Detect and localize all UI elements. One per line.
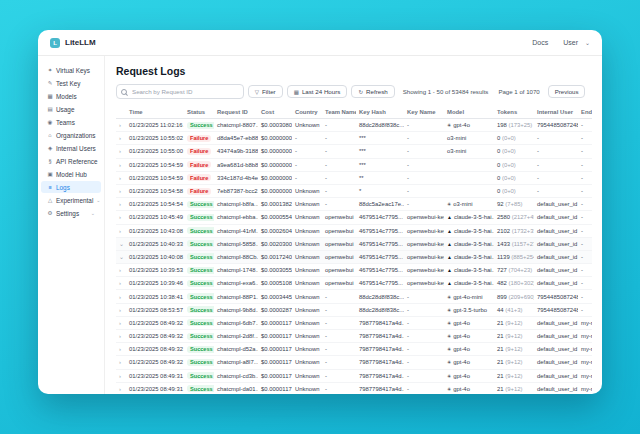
table-row[interactable]: ›01/23/2025 10:54:59 AMFailurea9ea681d-b… [116,158,592,171]
sidebar-item-logs[interactable]: ≡Logs [41,181,101,193]
cell-end-user: - [578,132,592,145]
tokens-detail: (180+302) [507,280,534,286]
cell-end-user: - [578,264,592,277]
openai-icon: ✳ [447,320,451,326]
sidebar-item-internal-users[interactable]: ◈Internal Users [41,142,101,154]
chevron-right-icon[interactable]: › [116,171,126,184]
model-name: gpt-4o [453,346,470,352]
chevron-right-icon[interactable]: › [116,211,126,224]
openai-icon: ✳ [447,386,451,392]
log-table-container: TimeStatusRequest IDCostCountryTeam Name… [116,106,592,394]
table-row[interactable]: ›01/23/2025 10:54:54 AMSuccesschatcmpl-b… [116,198,592,211]
table-row[interactable]: ›01/23/2025 10:55:00 AMFailure43474a9b-3… [116,145,592,158]
sidebar-item-models[interactable]: ▦Models [41,90,101,102]
chevron-right-icon[interactable]: › [116,290,126,303]
user-menu[interactable]: User [563,39,578,46]
cell-key-name: - [404,356,444,369]
cell-tokens: 198 (173+25) [494,119,534,132]
cell-end-user: - [578,250,592,263]
chevron-right-icon[interactable]: › [116,316,126,329]
cell-model: ✳gpt-4o [444,330,494,343]
cell-internal-user: default_user_id [534,237,578,250]
table-row[interactable]: ›01/23/2025 10:43:08 AMSuccesschatcmpl-4… [116,224,592,237]
cell-status: Success [184,211,214,224]
sidebar-item-settings[interactable]: ⚙Settings⌄ [41,207,101,219]
table-row[interactable]: ›01/23/2025 10:39:46 AMSuccesschatcmpl-e… [116,277,592,290]
search-box[interactable] [116,84,244,99]
chevron-right-icon[interactable]: › [116,158,126,171]
sidebar-item-label: Internal Users [56,145,96,152]
chevron-right-icon[interactable]: › [116,277,126,290]
time-range-button[interactable]: ▦ Last 24 Hours [287,85,348,98]
sidebar-item-api-reference[interactable]: §API Reference [41,155,101,167]
status-badge: Failure [187,161,211,168]
chevron-right-icon[interactable]: › [116,369,126,382]
previous-page-button[interactable]: Previous [548,85,586,98]
cell-key-hash: 4679514c7795... [356,211,404,224]
table-row[interactable]: ⌄01/23/2025 10:40:08 AMSuccesschatcmpl-8… [116,250,592,263]
cell-status: Success [184,316,214,329]
sidebar-item-organizations[interactable]: ⌂Organizations [41,129,101,141]
chevron-right-icon[interactable]: › [116,224,126,237]
chevron-right-icon[interactable]: › [116,198,126,211]
sidebar-item-experimental[interactable]: △Experimental⌄ [41,194,101,206]
cell-team-name: - [322,343,356,356]
cell-status: Success [184,237,214,250]
chevron-right-icon[interactable]: › [116,145,126,158]
table-row[interactable]: ›01/23/2025 08:49:32 AMSuccesschatcmpl-d… [116,343,592,356]
filter-button[interactable]: ▽ Filter [248,85,283,98]
openai-icon: ✳ [447,346,451,352]
cell-request-id: chatcmpl-88Cb... [214,250,258,263]
table-row[interactable]: ›01/23/2025 08:49:32 AMSuccesschatcmpl-6… [116,316,592,329]
table-row[interactable]: ›01/23/2025 08:49:32 AMSuccesschatcmpl-2… [116,330,592,343]
status-badge: Success [187,333,214,340]
chevron-right-icon[interactable]: › [116,382,126,394]
sidebar-item-teams[interactable]: ◉Teams [41,116,101,128]
cell-end-user: - [578,198,592,211]
chevron-right-icon[interactable]: › [116,264,126,277]
table-row[interactable]: ›01/23/2025 10:39:53 AMSuccesschatcmpl-1… [116,264,592,277]
table-row[interactable]: ›01/23/2025 10:38:41 AMSuccesschatcmpl-8… [116,290,592,303]
chevron-right-icon[interactable]: › [116,303,126,316]
table-row[interactable]: ⌄01/23/2025 10:40:33 AMSuccesschatcmpl-5… [116,237,592,250]
sidebar-item-test-key[interactable]: ✎Test Key [41,77,101,89]
cell-request-id: d8da45e7-eb88... [214,132,258,145]
cell-model [444,158,494,171]
cell-key-name: openwebui-key-2 [404,264,444,277]
sidebar-item-virtual-keys[interactable]: ✦Virtual Keys [41,64,101,76]
docs-link[interactable]: Docs [532,39,548,46]
table-row[interactable]: ›01/23/2025 08:49:31 AMSuccesschatcmpl-c… [116,369,592,382]
cell-internal-user: 7954485087248... [534,303,578,316]
cell-end-user: - [578,145,592,158]
chevron-right-icon[interactable]: › [116,356,126,369]
cell-request-id: 43474a9b-3188... [214,145,258,158]
search-input[interactable] [130,87,239,96]
chevron-down-icon[interactable]: ⌄ [116,237,126,250]
chevron-right-icon[interactable]: › [116,132,126,145]
table-row[interactable]: ›01/23/2025 10:55:02 AMFailured8da45e7-e… [116,132,592,145]
column-header: Tokens [494,106,534,119]
table-row[interactable]: ›01/23/2025 08:53:57 AMSuccesschatcmpl-9… [116,303,592,316]
table-row[interactable]: ›01/23/2025 08:49:31 AMSuccesschatcmpl-d… [116,382,592,394]
sidebar-item-label: Logs [56,184,70,191]
table-row[interactable]: ›01/23/2025 10:45:49 AMSuccesschatcmpl-e… [116,211,592,224]
cell-time: 01/23/2025 10:39:46 AM [126,277,184,290]
chevron-right-icon[interactable]: › [116,184,126,197]
cell-internal-user: default_user_id [534,356,578,369]
chevron-down-icon[interactable]: ⌄ [116,250,126,263]
table-row[interactable]: ›01/23/2025 08:49:32 AMSuccesschatcmpl-a… [116,356,592,369]
chevron-right-icon[interactable]: › [116,119,126,132]
sidebar-item-model-hub[interactable]: ▣Model Hub [41,168,101,180]
table-row[interactable]: ›01/23/2025 10:54:59 AMFailure334c187d-4… [116,171,592,184]
cell-key-name: - [404,171,444,184]
cell-request-id: chatcmpl-6db7... [214,316,258,329]
cell-tokens: 0 (0+0) [494,171,534,184]
refresh-button[interactable]: ↻ Refresh [351,85,394,98]
table-row[interactable]: ›01/23/2025 11:02:16 AMSuccesschatcmpl-8… [116,119,592,132]
chevron-right-icon[interactable]: › [116,343,126,356]
chevron-right-icon[interactable]: › [116,330,126,343]
table-row[interactable]: ›01/23/2025 10:54:58 AMFailure7eb87387-b… [116,184,592,197]
cell-request-id: chatcmpl-ebba... [214,211,258,224]
sidebar-item-usage[interactable]: ▤Usage [41,103,101,115]
cell-end-user: my-new-end-user-7 [578,356,592,369]
